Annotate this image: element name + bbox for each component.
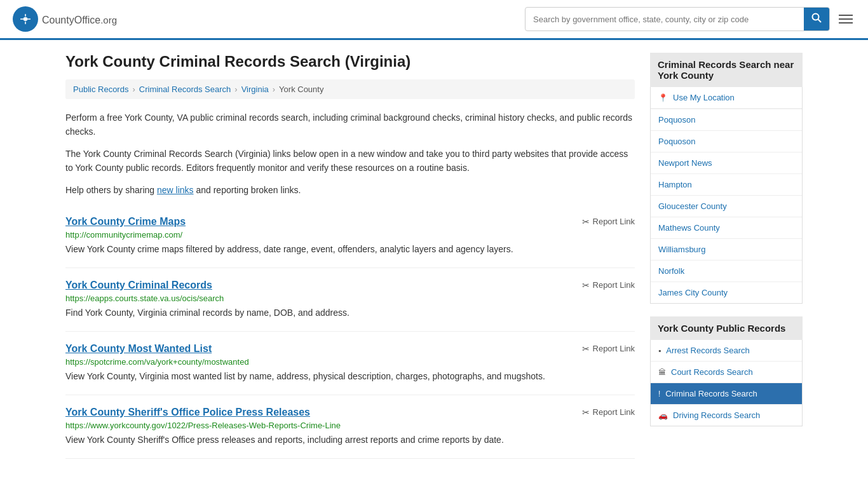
public-records-header: York County Public Records	[650, 316, 803, 340]
breadcrumb-sep-2: ›	[234, 85, 237, 94]
result-url-1[interactable]: https://eapps.courts.state.va.us/ocis/se…	[65, 294, 635, 303]
nearby-poquoson-2[interactable]: Poquoson	[651, 131, 802, 152]
driving-icon: 🚗	[658, 411, 668, 420]
court-icon: 🏛	[658, 368, 666, 377]
result-title-0[interactable]: York County Crime Maps	[65, 216, 186, 227]
result-desc-1: Find York County, Virginia criminal reco…	[65, 306, 635, 320]
report-icon-2: ✂	[582, 344, 590, 354]
result-desc-0: View York County crime maps filtered by …	[65, 243, 635, 256]
nearby-gloucester-county[interactable]: Gloucester County	[651, 196, 802, 217]
breadcrumb: Public Records › Criminal Records Search…	[65, 79, 635, 99]
criminal-records-link[interactable]: ! Criminal Records Search	[651, 383, 802, 404]
logo-text: CountyOffice.org	[42, 12, 117, 27]
driving-records-item[interactable]: 🚗 Driving Records Search	[651, 405, 802, 426]
breadcrumb-public-records[interactable]: Public Records	[73, 85, 128, 94]
logo-name: CountyOffice	[42, 15, 100, 25]
search-bar	[525, 7, 830, 31]
result-header: York County Crime Maps ✂ Report Link	[65, 216, 635, 227]
breadcrumb-sep-1: ›	[132, 85, 135, 94]
header-right	[525, 7, 855, 31]
arrest-icon: ▪	[658, 346, 661, 355]
result-title-2[interactable]: York County Most Wanted List	[65, 343, 212, 355]
location-icon: 📍	[658, 93, 668, 102]
result-title-1[interactable]: York County Criminal Records	[65, 280, 212, 291]
svg-point-1	[24, 17, 27, 21]
site-header: CountyOffice.org	[0, 0, 868, 40]
nearby-poquoson-1[interactable]: Poquoson	[651, 109, 802, 131]
arrest-records-link[interactable]: ▪ Arrest Records Search	[651, 340, 802, 361]
public-records-section: York County Public Records ▪ Arrest Reco…	[650, 316, 803, 426]
logo-area: CountyOffice.org	[13, 6, 117, 32]
criminal-records-item[interactable]: ! Criminal Records Search	[651, 383, 802, 405]
sidebar: Criminal Records Search near York County…	[650, 53, 803, 459]
result-item: York County Criminal Records ✂ Report Li…	[65, 268, 635, 332]
logo-suffix: .org	[100, 15, 117, 25]
nearby-james-city-county[interactable]: James City County	[651, 282, 802, 303]
logo-icon	[13, 6, 38, 32]
menu-button[interactable]	[836, 12, 855, 26]
breadcrumb-virginia[interactable]: Virginia	[241, 85, 269, 94]
result-desc-3: View York County Sheriff's Office press …	[65, 433, 635, 447]
nearby-williamsburg[interactable]: Williamsburg	[651, 239, 802, 261]
nearby-newport-news[interactable]: Newport News	[651, 152, 802, 174]
intro-text-3: Help others by sharing new links and rep…	[65, 183, 635, 197]
report-link-3[interactable]: ✂ Report Link	[582, 407, 635, 417]
page-title: York County Criminal Records Search (Vir…	[65, 53, 635, 71]
nearby-header: Criminal Records Search near York County	[650, 53, 803, 87]
result-desc-2: View York County, Virginia most wanted l…	[65, 370, 635, 383]
new-links-link[interactable]: new links	[157, 185, 194, 195]
breadcrumb-york-county: York County	[279, 85, 323, 94]
result-url-3[interactable]: https://www.yorkcounty.gov/1022/Press-Re…	[65, 421, 635, 430]
nearby-norfolk[interactable]: Norfolk	[651, 261, 802, 282]
report-link-1[interactable]: ✂ Report Link	[582, 280, 635, 290]
result-header: York County Sheriff's Office Police Pres…	[65, 407, 635, 418]
report-icon-1: ✂	[582, 280, 590, 290]
use-location-link[interactable]: 📍 Use My Location	[651, 87, 802, 109]
result-header: York County Most Wanted List ✂ Report Li…	[65, 343, 635, 355]
report-link-2[interactable]: ✂ Report Link	[582, 344, 635, 354]
nearby-list: 📍 Use My Location Poquoson Poquoson Newp…	[650, 87, 803, 304]
arrest-records-label: Arrest Records Search	[666, 346, 750, 355]
court-records-link[interactable]: 🏛 Court Records Search	[651, 362, 802, 383]
driving-records-label: Driving Records Search	[673, 410, 760, 420]
nearby-mathews-county[interactable]: Mathews County	[651, 217, 802, 239]
result-item: York County Crime Maps ✂ Report Link htt…	[65, 205, 635, 268]
svg-line-3	[818, 20, 822, 23]
breadcrumb-criminal-records-search[interactable]: Criminal Records Search	[139, 85, 231, 94]
result-url-2[interactable]: https://spotcrime.com/va/york+county/mos…	[65, 357, 635, 367]
nearby-hampton[interactable]: Hampton	[651, 174, 802, 196]
search-button[interactable]	[804, 8, 829, 30]
criminal-records-label: Criminal Records Search	[665, 389, 757, 398]
result-item: York County Most Wanted List ✂ Report Li…	[65, 332, 635, 395]
result-url-0[interactable]: http://communitycrimemap.com/	[65, 230, 635, 240]
court-records-label: Court Records Search	[671, 367, 753, 377]
result-header: York County Criminal Records ✂ Report Li…	[65, 280, 635, 291]
result-title-3[interactable]: York County Sheriff's Office Police Pres…	[65, 407, 310, 418]
intro-text-1: Perform a free York County, VA public cr…	[65, 111, 635, 139]
public-records-list: ▪ Arrest Records Search 🏛 Court Records …	[650, 340, 803, 426]
arrest-records-item[interactable]: ▪ Arrest Records Search	[651, 340, 802, 362]
court-records-item[interactable]: 🏛 Court Records Search	[651, 362, 802, 383]
search-input[interactable]	[526, 10, 804, 29]
main-container: York County Criminal Records Search (Vir…	[53, 40, 815, 471]
intro-prefix: Help others by sharing	[65, 185, 157, 195]
intro-text-2: The York County Criminal Records Search …	[65, 147, 635, 175]
results-container: York County Crime Maps ✂ Report Link htt…	[65, 205, 635, 459]
report-link-0[interactable]: ✂ Report Link	[582, 217, 635, 227]
driving-records-link[interactable]: 🚗 Driving Records Search	[651, 405, 802, 426]
intro-suffix: and reporting broken links.	[194, 185, 301, 195]
breadcrumb-sep-3: ›	[273, 85, 275, 94]
result-item: York County Sheriff's Office Police Pres…	[65, 395, 635, 459]
use-location-item[interactable]: 📍 Use My Location	[651, 87, 802, 109]
svg-point-2	[813, 14, 819, 20]
report-icon-3: ✂	[582, 407, 590, 417]
report-icon-0: ✂	[582, 217, 590, 227]
use-location-label: Use My Location	[673, 93, 735, 102]
content-area: York County Criminal Records Search (Vir…	[65, 53, 635, 459]
criminal-icon: !	[658, 390, 660, 398]
nearby-section: Criminal Records Search near York County…	[650, 53, 803, 304]
